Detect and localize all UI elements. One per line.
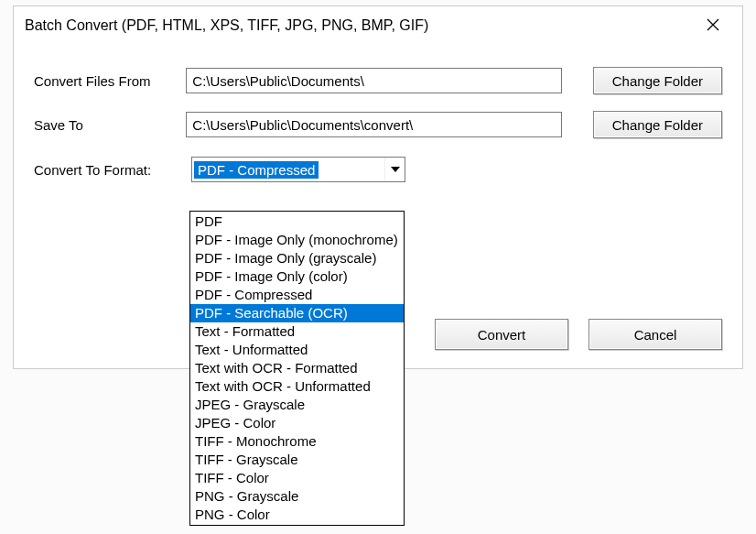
svg-marker-2 (391, 167, 400, 172)
format-option[interactable]: PDF (190, 213, 404, 231)
label-to: Save To (34, 117, 186, 133)
format-combobox[interactable]: PDF - Compressed (191, 157, 405, 182)
close-icon (707, 18, 719, 34)
row-to: Save To Change Folder (34, 111, 722, 138)
row-from: Convert Files From Change Folder (34, 67, 722, 94)
titlebar: Batch Convert (PDF, HTML, XPS, TIFF, JPG… (14, 6, 742, 45)
cancel-button[interactable]: Cancel (589, 319, 722, 350)
format-option[interactable]: PNG - Grayscale (190, 487, 404, 506)
chevron-down-icon (384, 158, 405, 181)
to-path-input[interactable] (186, 112, 561, 137)
format-option[interactable]: TIFF - Grayscale (190, 451, 404, 469)
label-from: Convert Files From (34, 73, 186, 89)
format-option[interactable]: Text with OCR - Formatted (190, 359, 404, 377)
window-title: Batch Convert (PDF, HTML, XPS, TIFF, JPG… (25, 17, 695, 34)
format-option[interactable]: JPEG - Grayscale (190, 396, 404, 414)
format-dropdown-list[interactable]: PDFPDF - Image Only (monochrome)PDF - Im… (189, 211, 405, 526)
format-option[interactable]: PDF - Image Only (grayscale) (190, 249, 404, 267)
format-option[interactable]: Text with OCR - Unformatted (190, 377, 404, 396)
format-option[interactable]: Text - Unformatted (190, 341, 404, 359)
change-folder-to-button[interactable]: Change Folder (593, 111, 722, 138)
from-path-input[interactable] (186, 68, 561, 93)
label-format: Convert To Format: (34, 162, 191, 178)
format-option[interactable]: Text - Formatted (190, 322, 404, 341)
format-option[interactable]: TIFF - Color (190, 469, 404, 487)
convert-button[interactable]: Convert (435, 319, 568, 350)
row-format: Convert To Format: PDF - Compressed (34, 157, 722, 182)
format-option[interactable]: PDF - Image Only (monochrome) (190, 231, 404, 249)
format-option[interactable]: PNG - Color (190, 506, 404, 524)
format-option[interactable]: PDF - Image Only (color) (190, 267, 404, 286)
change-folder-from-button[interactable]: Change Folder (593, 67, 722, 94)
action-buttons: Convert Cancel (435, 319, 722, 350)
format-option[interactable]: PDF - Compressed (190, 286, 404, 304)
format-option[interactable]: TIFF - Monochrome (190, 432, 404, 451)
format-option[interactable]: PDF - Searchable (OCR) (190, 304, 404, 322)
dialog-body: Convert Files From Change Folder Save To… (14, 45, 742, 182)
close-button[interactable] (695, 11, 731, 40)
format-option[interactable]: JPEG - Color (190, 414, 404, 432)
combobox-selected-value: PDF - Compressed (194, 161, 319, 179)
